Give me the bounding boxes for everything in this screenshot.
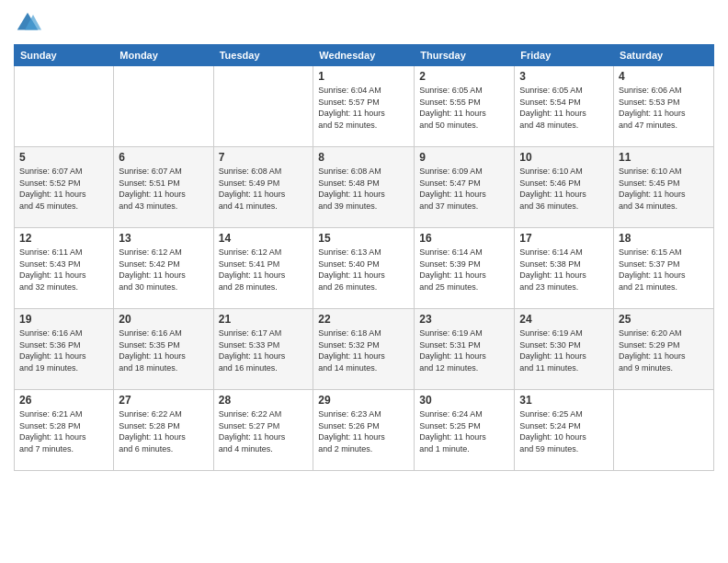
day-info: Sunrise: 6:08 AM Sunset: 5:48 PM Dayligh… (318, 166, 409, 212)
day-info: Sunrise: 6:25 AM Sunset: 5:24 PM Dayligh… (519, 408, 609, 454)
day-info: Sunrise: 6:16 AM Sunset: 5:36 PM Dayligh… (19, 327, 108, 373)
day-number: 27 (119, 394, 208, 407)
header (14, 9, 714, 37)
calendar-cell: 3Sunrise: 6:05 AM Sunset: 5:54 PM Daylig… (515, 66, 614, 147)
day-info: Sunrise: 6:11 AM Sunset: 5:43 PM Dayligh… (19, 247, 108, 293)
calendar-cell: 16Sunrise: 6:14 AM Sunset: 5:39 PM Dayli… (415, 228, 515, 309)
calendar-cell: 29Sunrise: 6:23 AM Sunset: 5:26 PM Dayli… (313, 390, 415, 471)
calendar-cell: 15Sunrise: 6:13 AM Sunset: 5:40 PM Dayli… (313, 228, 415, 309)
calendar-cell: 18Sunrise: 6:15 AM Sunset: 5:37 PM Dayli… (614, 228, 714, 309)
logo-icon (14, 9, 41, 37)
day-number: 28 (219, 394, 309, 407)
day-number: 22 (318, 313, 409, 326)
day-info: Sunrise: 6:13 AM Sunset: 5:40 PM Dayligh… (318, 247, 409, 293)
day-number: 1 (318, 70, 409, 83)
calendar-week-2: 5Sunrise: 6:07 AM Sunset: 5:52 PM Daylig… (15, 147, 714, 228)
day-info: Sunrise: 6:06 AM Sunset: 5:53 PM Dayligh… (619, 85, 709, 131)
day-info: Sunrise: 6:10 AM Sunset: 5:46 PM Dayligh… (519, 166, 609, 212)
day-info: Sunrise: 6:21 AM Sunset: 5:28 PM Dayligh… (19, 408, 108, 454)
calendar-cell: 12Sunrise: 6:11 AM Sunset: 5:43 PM Dayli… (15, 228, 114, 309)
calendar-cell: 2Sunrise: 6:05 AM Sunset: 5:55 PM Daylig… (415, 66, 515, 147)
day-info: Sunrise: 6:20 AM Sunset: 5:29 PM Dayligh… (619, 327, 709, 373)
calendar-col-wednesday: Wednesday (313, 45, 415, 66)
day-number: 8 (318, 151, 409, 164)
day-info: Sunrise: 6:24 AM Sunset: 5:25 PM Dayligh… (419, 408, 509, 454)
calendar-cell (213, 66, 313, 147)
day-info: Sunrise: 6:23 AM Sunset: 5:26 PM Dayligh… (318, 408, 409, 454)
day-info: Sunrise: 6:04 AM Sunset: 5:57 PM Dayligh… (318, 85, 409, 131)
calendar-col-monday: Monday (114, 45, 213, 66)
calendar-cell: 26Sunrise: 6:21 AM Sunset: 5:28 PM Dayli… (15, 390, 114, 471)
calendar-cell: 19Sunrise: 6:16 AM Sunset: 5:36 PM Dayli… (15, 309, 114, 390)
calendar-cell: 5Sunrise: 6:07 AM Sunset: 5:52 PM Daylig… (15, 147, 114, 228)
day-number: 21 (219, 313, 309, 326)
logo (14, 9, 45, 37)
day-number: 17 (519, 232, 609, 245)
day-number: 10 (519, 151, 609, 164)
day-info: Sunrise: 6:07 AM Sunset: 5:52 PM Dayligh… (19, 166, 108, 212)
calendar-cell: 4Sunrise: 6:06 AM Sunset: 5:53 PM Daylig… (614, 66, 714, 147)
day-info: Sunrise: 6:08 AM Sunset: 5:49 PM Dayligh… (219, 166, 309, 212)
day-info: Sunrise: 6:05 AM Sunset: 5:54 PM Dayligh… (519, 85, 609, 131)
calendar-cell (15, 66, 114, 147)
day-number: 25 (619, 313, 709, 326)
day-number: 5 (19, 151, 108, 164)
calendar-header-row: SundayMondayTuesdayWednesdayThursdayFrid… (15, 45, 714, 66)
calendar-cell: 25Sunrise: 6:20 AM Sunset: 5:29 PM Dayli… (614, 309, 714, 390)
day-info: Sunrise: 6:05 AM Sunset: 5:55 PM Dayligh… (419, 85, 509, 131)
calendar-cell: 7Sunrise: 6:08 AM Sunset: 5:49 PM Daylig… (213, 147, 313, 228)
day-number: 23 (419, 313, 509, 326)
calendar-cell: 24Sunrise: 6:19 AM Sunset: 5:30 PM Dayli… (515, 309, 614, 390)
day-number: 11 (619, 151, 709, 164)
calendar-cell: 22Sunrise: 6:18 AM Sunset: 5:32 PM Dayli… (313, 309, 415, 390)
day-info: Sunrise: 6:12 AM Sunset: 5:41 PM Dayligh… (219, 247, 309, 293)
day-info: Sunrise: 6:22 AM Sunset: 5:27 PM Dayligh… (219, 408, 309, 454)
calendar-col-tuesday: Tuesday (213, 45, 313, 66)
calendar-week-4: 19Sunrise: 6:16 AM Sunset: 5:36 PM Dayli… (15, 309, 714, 390)
day-number: 2 (419, 70, 509, 83)
day-number: 30 (419, 394, 509, 407)
day-number: 3 (519, 70, 609, 83)
day-info: Sunrise: 6:17 AM Sunset: 5:33 PM Dayligh… (219, 327, 309, 373)
day-number: 16 (419, 232, 509, 245)
calendar: SundayMondayTuesdayWednesdayThursdayFrid… (14, 44, 714, 471)
calendar-cell: 14Sunrise: 6:12 AM Sunset: 5:41 PM Dayli… (213, 228, 313, 309)
calendar-cell: 6Sunrise: 6:07 AM Sunset: 5:51 PM Daylig… (114, 147, 213, 228)
day-number: 26 (19, 394, 108, 407)
day-number: 14 (219, 232, 309, 245)
day-info: Sunrise: 6:14 AM Sunset: 5:39 PM Dayligh… (419, 247, 509, 293)
day-number: 18 (619, 232, 709, 245)
calendar-cell: 1Sunrise: 6:04 AM Sunset: 5:57 PM Daylig… (313, 66, 415, 147)
calendar-cell: 11Sunrise: 6:10 AM Sunset: 5:45 PM Dayli… (614, 147, 714, 228)
day-info: Sunrise: 6:18 AM Sunset: 5:32 PM Dayligh… (318, 327, 409, 373)
calendar-cell: 31Sunrise: 6:25 AM Sunset: 5:24 PM Dayli… (515, 390, 614, 471)
calendar-cell: 28Sunrise: 6:22 AM Sunset: 5:27 PM Dayli… (213, 390, 313, 471)
day-number: 20 (119, 313, 208, 326)
calendar-cell: 8Sunrise: 6:08 AM Sunset: 5:48 PM Daylig… (313, 147, 415, 228)
calendar-cell: 10Sunrise: 6:10 AM Sunset: 5:46 PM Dayli… (515, 147, 614, 228)
day-info: Sunrise: 6:19 AM Sunset: 5:30 PM Dayligh… (519, 327, 609, 373)
day-info: Sunrise: 6:09 AM Sunset: 5:47 PM Dayligh… (419, 166, 509, 212)
calendar-cell: 17Sunrise: 6:14 AM Sunset: 5:38 PM Dayli… (515, 228, 614, 309)
day-number: 15 (318, 232, 409, 245)
calendar-col-sunday: Sunday (15, 45, 114, 66)
day-info: Sunrise: 6:10 AM Sunset: 5:45 PM Dayligh… (619, 166, 709, 212)
calendar-cell: 20Sunrise: 6:16 AM Sunset: 5:35 PM Dayli… (114, 309, 213, 390)
day-number: 9 (419, 151, 509, 164)
day-info: Sunrise: 6:14 AM Sunset: 5:38 PM Dayligh… (519, 247, 609, 293)
day-info: Sunrise: 6:07 AM Sunset: 5:51 PM Dayligh… (119, 166, 208, 212)
calendar-cell: 9Sunrise: 6:09 AM Sunset: 5:47 PM Daylig… (415, 147, 515, 228)
calendar-week-1: 1Sunrise: 6:04 AM Sunset: 5:57 PM Daylig… (15, 66, 714, 147)
calendar-week-5: 26Sunrise: 6:21 AM Sunset: 5:28 PM Dayli… (15, 390, 714, 471)
calendar-cell (114, 66, 213, 147)
calendar-cell: 13Sunrise: 6:12 AM Sunset: 5:42 PM Dayli… (114, 228, 213, 309)
calendar-col-friday: Friday (515, 45, 614, 66)
calendar-col-thursday: Thursday (415, 45, 515, 66)
day-number: 19 (19, 313, 108, 326)
day-info: Sunrise: 6:22 AM Sunset: 5:28 PM Dayligh… (119, 408, 208, 454)
day-number: 29 (318, 394, 409, 407)
day-number: 7 (219, 151, 309, 164)
day-info: Sunrise: 6:15 AM Sunset: 5:37 PM Dayligh… (619, 247, 709, 293)
calendar-cell: 30Sunrise: 6:24 AM Sunset: 5:25 PM Dayli… (415, 390, 515, 471)
day-info: Sunrise: 6:19 AM Sunset: 5:31 PM Dayligh… (419, 327, 509, 373)
